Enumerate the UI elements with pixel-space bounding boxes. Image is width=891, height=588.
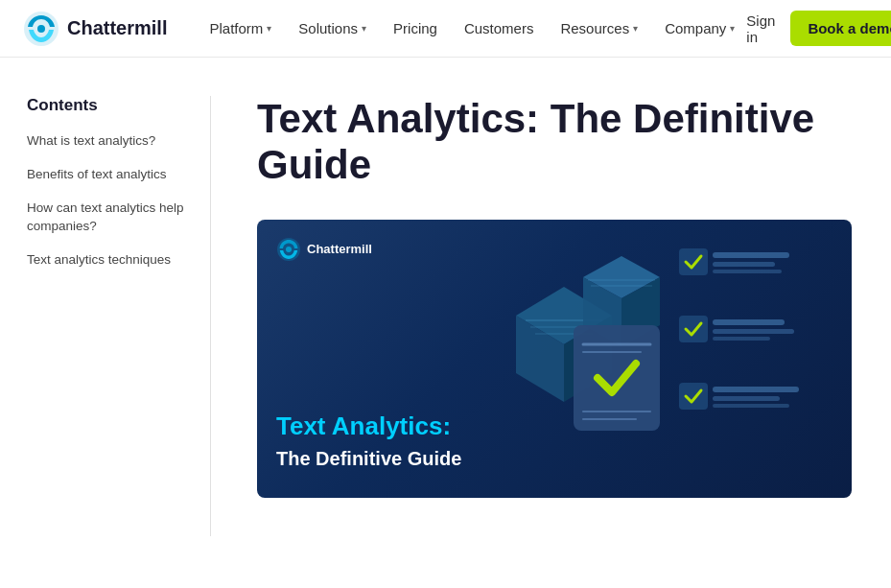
- hero-chattermill-logo-icon: [276, 237, 301, 262]
- nav-item-pricing[interactable]: Pricing: [382, 12, 449, 44]
- chevron-down-icon: ▾: [362, 23, 366, 34]
- sidebar: Contents What is text analytics? Benefit…: [0, 96, 211, 536]
- svg-rect-24: [679, 316, 708, 342]
- svg-rect-23: [713, 270, 782, 273]
- nav-item-company[interactable]: Company ▾: [653, 12, 746, 44]
- svg-rect-26: [713, 329, 794, 334]
- chevron-down-icon: ▾: [267, 23, 271, 34]
- svg-rect-25: [713, 319, 785, 325]
- svg-rect-30: [713, 396, 780, 401]
- hero-text-cyan: Text Analytics:: [276, 412, 612, 441]
- sign-in-button[interactable]: Sign in: [746, 12, 775, 45]
- chattermill-logo-icon: [23, 11, 59, 47]
- book-demo-button[interactable]: Book a demo: [790, 11, 891, 46]
- nav-items: Platform ▾ Solutions ▾ Pricing Customers…: [198, 12, 746, 44]
- chevron-down-icon: ▾: [633, 23, 638, 34]
- svg-rect-20: [679, 248, 708, 275]
- sidebar-links: What is text analytics? Benefits of text…: [27, 132, 187, 269]
- content-area: Text Analytics: The Definitive Guide Cha…: [211, 96, 891, 536]
- logo-text: Chattermill: [67, 17, 167, 39]
- svg-rect-21: [713, 252, 789, 258]
- svg-rect-22: [713, 262, 775, 267]
- nav-item-resources[interactable]: Resources ▾: [549, 12, 649, 44]
- logo-link[interactable]: Chattermill: [23, 11, 167, 47]
- chevron-down-icon: ▾: [730, 23, 735, 34]
- sidebar-link-benefits[interactable]: Benefits of text analytics: [27, 166, 187, 184]
- sidebar-link-how[interactable]: How can text analytics help companies?: [27, 200, 187, 236]
- nav-item-customers[interactable]: Customers: [453, 12, 546, 44]
- svg-point-3: [286, 247, 292, 252]
- svg-rect-28: [679, 383, 708, 410]
- page-title: Text Analytics: The Definitive Guide: [257, 96, 860, 189]
- hero-image: Chattermill: [257, 220, 852, 498]
- nav-item-solutions[interactable]: Solutions ▾: [287, 12, 378, 44]
- svg-rect-27: [713, 337, 770, 341]
- sidebar-link-techniques[interactable]: Text analytics techniques: [27, 251, 187, 270]
- hero-text-white: The Definitive Guide: [276, 446, 612, 471]
- main-container: Contents What is text analytics? Benefit…: [0, 58, 891, 536]
- sidebar-title: Contents: [27, 96, 187, 115]
- hero-logo-area: Chattermill: [276, 237, 372, 262]
- navigation: Chattermill Platform ▾ Solutions ▾ Prici…: [0, 0, 891, 58]
- svg-point-1: [37, 25, 45, 33]
- hero-text: Text Analytics: The Definitive Guide: [276, 412, 612, 470]
- nav-item-platform[interactable]: Platform ▾: [198, 12, 283, 44]
- svg-rect-29: [713, 387, 799, 392]
- sidebar-link-what[interactable]: What is text analytics?: [27, 132, 187, 151]
- hero-logo-text: Chattermill: [307, 242, 372, 256]
- nav-actions: Sign in Book a demo: [746, 11, 891, 46]
- svg-rect-31: [713, 404, 789, 408]
